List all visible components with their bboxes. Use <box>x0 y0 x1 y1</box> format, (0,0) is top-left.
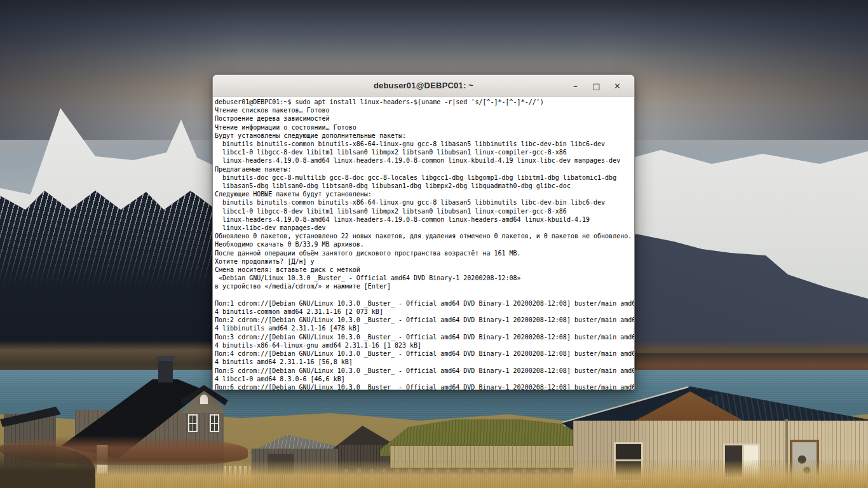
titlebar[interactable]: debuser01@DEBPC01: ~ – □ ✕ <box>213 75 634 97</box>
left-house-attic-window <box>200 395 208 404</box>
maximize-icon[interactable]: □ <box>586 77 607 95</box>
left-house-window <box>210 414 219 432</box>
desktop: debuser01@DEBPC01: ~ – □ ✕ debuser01@DEB… <box>0 0 868 488</box>
terminal-window: debuser01@DEBPC01: ~ – □ ✕ debuser01@DEB… <box>212 74 635 390</box>
window-title: debuser01@DEBPC01: ~ <box>374 81 473 90</box>
window-controls: – □ ✕ <box>565 75 628 97</box>
foreground-grass <box>0 460 868 488</box>
left-house-chimney <box>158 358 173 383</box>
terminal-output[interactable]: debuser01@DEBPC01:~$ sudo apt install li… <box>213 97 634 390</box>
left-house-chimney-cap <box>156 356 175 361</box>
close-icon[interactable]: ✕ <box>607 77 628 95</box>
minimize-icon[interactable]: – <box>565 77 586 95</box>
left-house-window <box>188 414 198 432</box>
